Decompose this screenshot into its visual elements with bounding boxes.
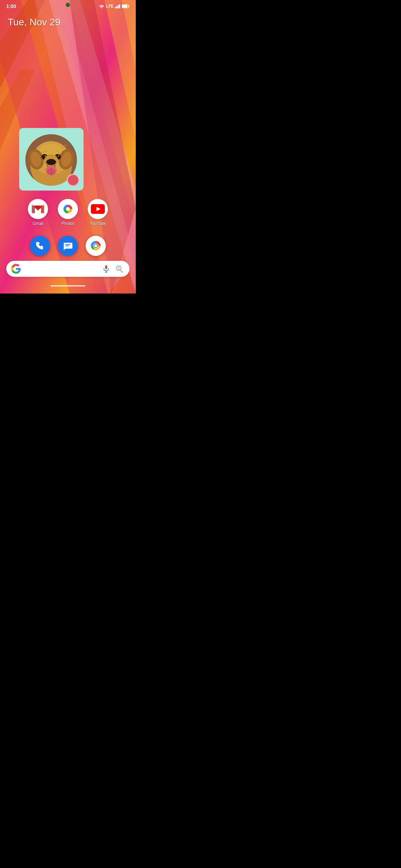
nav-bar [0,283,136,290]
svg-rect-13 [119,4,120,8]
svg-line-56 [120,270,123,272]
chrome-icon [90,240,102,252]
svg-rect-10 [115,7,116,8]
youtube-app[interactable]: YouTube [88,199,108,226]
battery-icon [122,4,129,8]
date-widget: Tue, Nov 29 [0,10,136,31]
search-lens-button[interactable] [114,264,125,274]
record-button[interactable] [67,174,79,186]
youtube-label: YouTube [89,221,106,226]
svg-point-32 [58,155,59,156]
photos-icon-container [58,199,78,219]
gmail-icon-container [28,199,48,219]
svg-rect-15 [122,5,127,8]
svg-point-39 [69,139,72,142]
svg-point-40 [64,144,66,146]
gmail-app[interactable]: Gmail [28,199,48,226]
svg-point-42 [66,207,70,211]
phone-icon [35,241,45,251]
date-label: Tue, Nov 29 [8,17,60,27]
camera-notch [66,3,70,7]
gmail-icon [32,204,44,214]
svg-point-34 [46,159,56,165]
mic-icon [102,265,110,273]
svg-rect-12 [118,5,119,8]
phone-app[interactable] [30,236,50,256]
search-mic-button[interactable] [101,264,111,274]
google-g-icon [11,264,21,274]
messages-icon [63,241,73,251]
svg-rect-52 [105,265,107,269]
gmail-label: Gmail [32,221,43,226]
photos-label: Photos [61,221,74,226]
main-content: Gmail Photos [0,31,136,294]
dock [0,236,136,256]
search-bar[interactable] [6,261,129,277]
svg-rect-16 [129,6,129,7]
svg-point-38 [31,141,34,145]
status-icons: LTE [99,4,129,9]
youtube-icon-container [88,199,108,219]
nav-pill [50,285,85,287]
photos-icon [62,203,74,215]
messages-app[interactable] [58,236,78,256]
svg-rect-11 [116,6,117,8]
youtube-icon [91,204,105,214]
screen: 1:00 LTE Tue, Nov 29 [0,0,136,294]
signal-icon [115,4,120,8]
svg-point-51 [94,244,97,247]
dog-widget[interactable] [19,128,84,191]
network-type: LTE [106,4,113,9]
status-time: 1:00 [6,3,16,9]
app-row: Gmail Photos [0,199,136,226]
chrome-app[interactable] [86,236,106,256]
wifi-icon [99,4,104,8]
lens-icon [115,265,124,273]
photos-app[interactable]: Photos [58,199,78,226]
svg-point-31 [45,155,46,156]
